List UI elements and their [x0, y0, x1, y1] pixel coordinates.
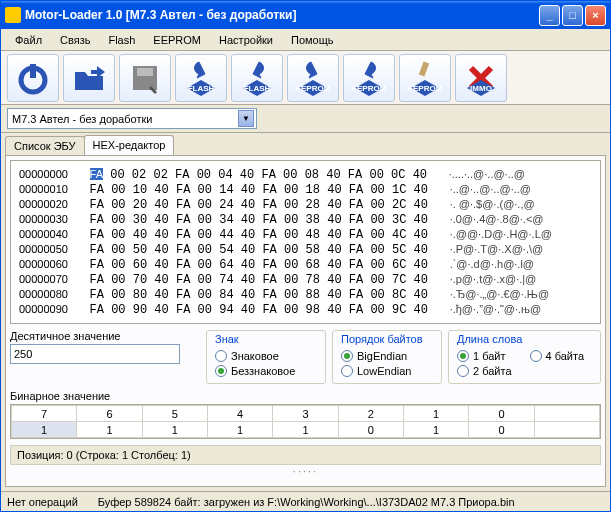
window-title: Motor-Loader 1.0 [M7.3 Автел - без дораб… — [25, 8, 539, 22]
save-button[interactable] — [119, 54, 171, 102]
svg-text:EEPROM: EEPROM — [408, 84, 443, 93]
radio-4byte[interactable] — [530, 350, 542, 362]
status-buffer: Буфер 589824 байт: загружен из F:\Workin… — [98, 496, 515, 508]
svg-text:EEPROM: EEPROM — [296, 84, 331, 93]
binary-label: Бинарное значение — [10, 390, 601, 402]
menu-settings[interactable]: Настройки — [211, 32, 281, 48]
menu-bar: Файл Связь Flash EEPROM Настройки Помощь — [1, 29, 610, 51]
resize-grip[interactable]: ∙∙∙∙∙ — [10, 467, 601, 475]
sign-title: Знак — [215, 333, 317, 345]
tab-hex-editor[interactable]: HEX-редактор — [84, 135, 175, 155]
app-icon — [5, 7, 21, 23]
order-title: Порядок байтов — [341, 333, 433, 345]
titlebar: Motor-Loader 1.0 [M7.3 Автел - без дораб… — [1, 1, 610, 29]
decimal-input[interactable] — [10, 344, 180, 364]
open-button[interactable] — [63, 54, 115, 102]
chevron-down-icon[interactable]: ▼ — [238, 110, 254, 127]
radio-1byte[interactable] — [457, 350, 469, 362]
power-button[interactable] — [7, 54, 59, 102]
svg-text:IMMO: IMMO — [470, 84, 492, 93]
hex-view[interactable]: 00000000 FA 00 02 02 FA 00 04 40 FA 00 0… — [10, 160, 601, 324]
ecu-select-bar: M7.3 Автел - без доработки ▼ — [1, 105, 610, 133]
status-op: Нет операций — [7, 496, 78, 508]
radio-bigendian[interactable] — [341, 350, 353, 362]
svg-text:EEPROM: EEPROM — [352, 84, 387, 93]
menu-file[interactable]: Файл — [7, 32, 50, 48]
ecu-combo-value: M7.3 Автел - без доработки — [10, 113, 238, 125]
toolbar: FLASH FLASH EEPROM EEPROM EEPROM IMMO — [1, 51, 610, 105]
svg-text:FLASH: FLASH — [244, 84, 271, 93]
svg-text:FLASH: FLASH — [188, 84, 215, 93]
radio-2byte[interactable] — [457, 365, 469, 377]
menu-flash[interactable]: Flash — [100, 32, 143, 48]
menu-link[interactable]: Связь — [52, 32, 98, 48]
svg-rect-8 — [419, 61, 429, 76]
radio-signed[interactable] — [215, 350, 227, 362]
svg-rect-1 — [30, 64, 36, 78]
radio-unsigned[interactable] — [215, 365, 227, 377]
immo-off-button[interactable]: IMMO — [455, 54, 507, 102]
tab-ecu-list[interactable]: Список ЭБУ — [5, 136, 85, 155]
tab-strip: Список ЭБУ HEX-редактор — [1, 133, 610, 155]
ecu-combo[interactable]: M7.3 Автел - без доработки ▼ — [7, 108, 257, 129]
menu-help[interactable]: Помощь — [283, 32, 342, 48]
eeprom-read-button[interactable]: EEPROM — [287, 54, 339, 102]
hex-editor-page: 00000000 FA 00 02 02 FA 00 04 40 FA 00 0… — [5, 155, 606, 487]
minimize-button[interactable]: _ — [539, 5, 560, 26]
maximize-button[interactable]: □ — [562, 5, 583, 26]
flash-read-button[interactable]: FLASH — [175, 54, 227, 102]
flash-write-button[interactable]: FLASH — [231, 54, 283, 102]
status-bar: Нет операций Буфер 589824 байт: загружен… — [1, 491, 610, 511]
radio-lowendian[interactable] — [341, 365, 353, 377]
svg-rect-3 — [137, 68, 153, 76]
eeprom-erase-button[interactable]: EEPROM — [399, 54, 451, 102]
eeprom-write-button[interactable]: EEPROM — [343, 54, 395, 102]
menu-eeprom[interactable]: EEPROM — [145, 32, 209, 48]
word-title: Длина слова — [457, 333, 592, 345]
close-button[interactable]: × — [585, 5, 606, 26]
position-bar: Позиция: 0 (Строка: 1 Столбец: 1) — [10, 445, 601, 465]
decimal-label: Десятичное значение — [10, 330, 200, 342]
binary-table[interactable]: 7654321011111010 — [10, 404, 601, 439]
